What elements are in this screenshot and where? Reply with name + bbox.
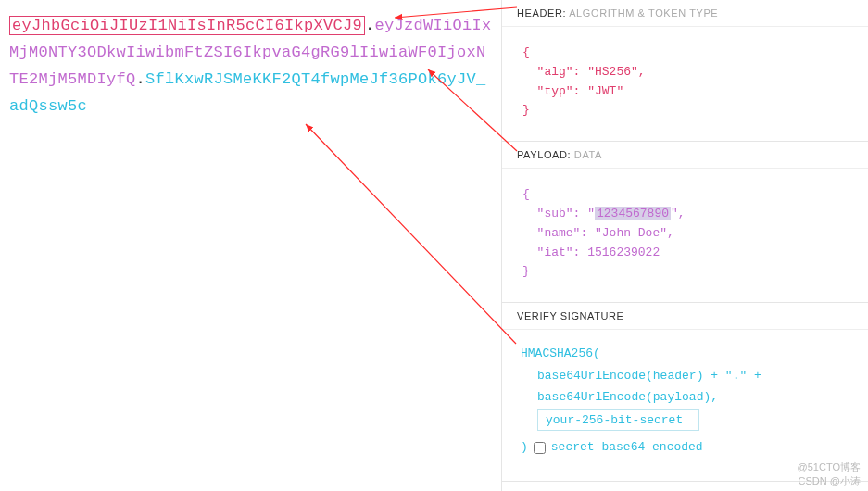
verify-line-2: base64UrlEncode(payload), (521, 386, 849, 408)
verify-closing-paren: ) (521, 436, 528, 458)
header-section: HEADER: ALGORITHM & TOKEN TYPE { "alg": … (502, 0, 868, 142)
sub-value-highlight: 1234567890 (595, 207, 671, 220)
verify-body: HMACSHA256( base64UrlEncode(header) + ".… (502, 330, 868, 481)
verify-section: VERIFY SIGNATURE HMACSHA256( base64UrlEn… (502, 303, 868, 482)
encoded-token-panel: eyJhbGciOiJIUzI1NiIsInR5cCI6IkpXVCJ9.eyJ… (0, 0, 502, 491)
token-header-segment: eyJhbGciOiJIUzI1NiIsInR5cCI6IkpXVCJ9 (9, 16, 365, 35)
secret-base64-label: secret base64 encoded (551, 436, 703, 458)
secret-input[interactable] (537, 409, 699, 431)
payload-section: PAYLOAD: DATA { "sub": "1234567890", "na… (502, 142, 868, 303)
verify-fn-name: HMACSHA256( (521, 343, 849, 364)
watermark: @51CTO博客 CSDN @小涛 (798, 460, 861, 487)
header-section-title: HEADER: ALGORITHM & TOKEN TYPE (502, 0, 868, 27)
payload-section-title: PAYLOAD: DATA (502, 142, 868, 169)
secret-base64-checkbox[interactable] (534, 442, 546, 454)
decoded-panel: HEADER: ALGORITHM & TOKEN TYPE { "alg": … (502, 0, 868, 491)
verify-line-1: base64UrlEncode(header) + "." + (521, 365, 849, 386)
encoded-token[interactable]: eyJhbGciOiJIUzI1NiIsInR5cCI6IkpXVCJ9.eyJ… (9, 13, 492, 120)
header-json[interactable]: { "alg": "HS256", "typ": "JWT" } (502, 27, 868, 141)
verify-section-title: VERIFY SIGNATURE (502, 303, 868, 330)
payload-json[interactable]: { "sub": "1234567890", "name": "John Doe… (502, 169, 868, 302)
